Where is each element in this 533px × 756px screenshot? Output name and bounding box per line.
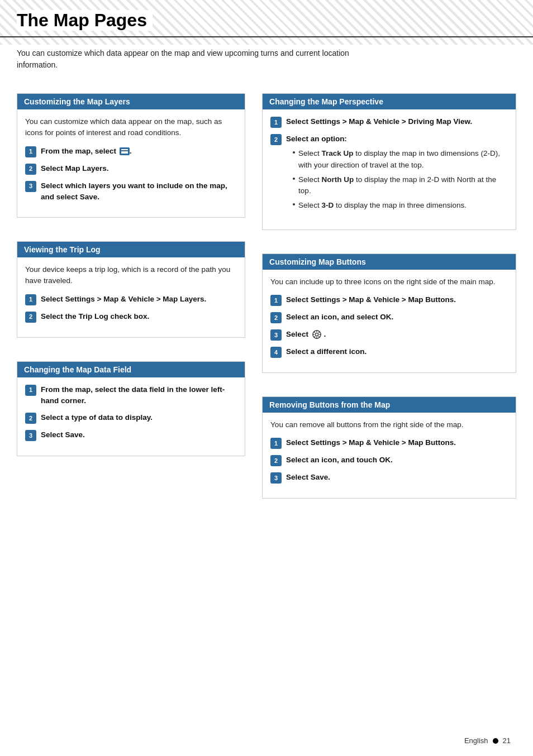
step-1-removing: 1 Select Settings > Map & Vehicle > Map … bbox=[270, 437, 508, 449]
section-body-buttons: You can include up to three icons on the… bbox=[263, 270, 516, 372]
step-num-3-rem: 3 bbox=[270, 472, 282, 484]
section-box-customizing: Customizing the Map Layers You can custo… bbox=[17, 93, 245, 218]
step-4-buttons: 4 Select a different icon. bbox=[270, 346, 508, 358]
section-box-trip-log: Viewing the Trip Log Your device keeps a… bbox=[17, 241, 245, 338]
step-text-1-trip: Select Settings > Map & Vehicle > Map La… bbox=[41, 294, 206, 305]
sub-bullet-northup: Select North Up to display the map in 2-… bbox=[293, 174, 508, 197]
svg-line-7 bbox=[318, 336, 320, 337]
section-changing-perspective: Changing the Map Perspective 1 Select Se… bbox=[262, 93, 516, 253]
section-header-buttons: Customizing Map Buttons bbox=[263, 254, 516, 270]
page-title-area: The Map Pages bbox=[0, 0, 533, 37]
step-num-2-trip: 2 bbox=[25, 312, 36, 323]
step-num-2-btn: 2 bbox=[270, 312, 282, 323]
section-box-buttons: Customizing Map Buttons You can include … bbox=[262, 253, 516, 373]
section-body-perspective: 1 Select Settings > Map & Vehicle > Driv… bbox=[263, 109, 516, 229]
customizing-intro: You can customize which data appear on t… bbox=[25, 116, 237, 139]
step-text-3-rem: Select Save. bbox=[286, 472, 330, 483]
step-2-perspective: 2 Select an option: Select Track Up to d… bbox=[270, 133, 508, 215]
sub-bullet-dot bbox=[293, 203, 295, 205]
section-box-data-field: Changing the Map Data Field 1 From the m… bbox=[17, 361, 245, 457]
bullet-dot-buttons bbox=[262, 386, 516, 396]
step-num-1-rem: 1 bbox=[270, 438, 282, 449]
step-num-1-btn: 1 bbox=[270, 295, 282, 306]
right-column: Changing the Map Perspective 1 Select Se… bbox=[256, 93, 516, 522]
step-text-1-btn: Select Settings > Map & Vehicle > Map Bu… bbox=[286, 294, 456, 305]
step-1-trip-log: 1 Select Settings > Map & Vehicle > Map … bbox=[25, 294, 237, 305]
step-3-buttons: 3 Select bbox=[270, 329, 508, 341]
sub-bullet-text-trackup: Select Track Up to display the map in tw… bbox=[298, 148, 508, 171]
bullet-dot-customizing bbox=[17, 231, 245, 241]
section-removing-buttons: Removing Buttons from the Map You can re… bbox=[262, 396, 516, 522]
step-2-data-field: 2 Select a type of data to display. bbox=[25, 412, 237, 424]
footer-dot bbox=[493, 738, 498, 744]
step-3-removing: 3 Select Save. bbox=[270, 472, 508, 484]
step-text-2-rem: Select an icon, and touch OK. bbox=[286, 454, 393, 466]
step-text-1-persp: Select Settings > Map & Vehicle > Drivin… bbox=[286, 116, 472, 127]
step-num-4-btn: 4 bbox=[270, 347, 282, 358]
step-1-data-field: 1 From the map, select the data field in… bbox=[25, 384, 237, 407]
step-text-2-data: Select a type of data to display. bbox=[41, 412, 153, 423]
sub-bullets-perspective: Select Track Up to display the map in tw… bbox=[286, 148, 508, 211]
step-num-2: 2 bbox=[25, 164, 36, 175]
step-num-1: 1 bbox=[25, 146, 36, 157]
section-changing-map-data: Changing the Map Data Field 1 From the m… bbox=[17, 361, 245, 480]
step-num-3: 3 bbox=[25, 181, 36, 192]
sub-bullet-3d: Select 3-D to display the map in three d… bbox=[293, 200, 508, 211]
footer-language: English bbox=[464, 736, 488, 745]
section-body-removing: You can remove all buttons from the righ… bbox=[263, 413, 516, 498]
bullet-dot-perspective bbox=[262, 243, 516, 253]
section-box-perspective: Changing the Map Perspective 1 Select Se… bbox=[262, 93, 516, 230]
content-area: Customizing the Map Layers You can custo… bbox=[0, 76, 533, 539]
sub-bullet-dot bbox=[293, 151, 295, 154]
section-body-data-field: 1 From the map, select the data field in… bbox=[17, 377, 245, 456]
step-text-2-persp: Select an option: bbox=[286, 135, 347, 143]
step-text-2-btn: Select an icon, and select OK. bbox=[286, 312, 393, 323]
section-header-data-field: Changing the Map Data Field bbox=[17, 362, 245, 377]
bullet-dot-data-field bbox=[17, 470, 245, 480]
step-3-data-field: 3 Select Save. bbox=[25, 429, 237, 441]
step-num-1-persp: 1 bbox=[270, 117, 282, 128]
step-text-2-trip: Select the Trip Log check box. bbox=[41, 311, 149, 322]
step-2-buttons: 2 Select an icon, and select OK. bbox=[270, 312, 508, 323]
step-2-customizing: 2 Select Map Layers. bbox=[25, 163, 237, 175]
step-text-3: Select which layers you want to include … bbox=[41, 180, 237, 203]
section-header-customizing: Customizing the Map Layers bbox=[17, 94, 245, 109]
sub-bullet-trackup: Select Track Up to display the map in tw… bbox=[293, 148, 508, 171]
step-num-3-btn: 3 bbox=[270, 329, 282, 341]
removing-intro: You can remove all buttons from the righ… bbox=[270, 419, 508, 430]
section-body-trip-log: Your device keeps a trip log, which is a… bbox=[17, 257, 245, 337]
trip-log-intro: Your device keeps a trip log, which is a… bbox=[25, 264, 237, 287]
step-1-buttons: 1 Select Settings > Map & Vehicle > Map … bbox=[270, 294, 508, 306]
buttons-intro: You can include up to three icons on the… bbox=[270, 276, 508, 288]
step-num-2-persp: 2 bbox=[270, 134, 282, 145]
svg-line-8 bbox=[318, 332, 320, 333]
step-num-2-rem: 2 bbox=[270, 455, 282, 466]
menu-icon bbox=[120, 147, 130, 155]
step-2-trip-log: 2 Select the Trip Log check box. bbox=[25, 311, 237, 323]
step-num-1-data: 1 bbox=[25, 385, 36, 396]
section-body-customizing: You can customize which data appear on t… bbox=[17, 109, 245, 217]
step-num-1-trip: 1 bbox=[25, 294, 36, 305]
step-1-customizing: 1 From the map, select . bbox=[25, 146, 237, 157]
step-text-1: From the map, select . bbox=[41, 146, 132, 157]
step-3-customizing: 3 Select which layers you want to includ… bbox=[25, 180, 237, 203]
step-num-3-data: 3 bbox=[25, 430, 36, 441]
section-customizing-map-layers: Customizing the Map Layers You can custo… bbox=[17, 93, 245, 241]
step-text-3-data: Select Save. bbox=[41, 429, 85, 441]
section-box-removing: Removing Buttons from the Map You can re… bbox=[262, 396, 516, 499]
step-text-3-btn: Select bbox=[286, 329, 326, 340]
svg-line-6 bbox=[313, 332, 315, 333]
footer: English 21 bbox=[464, 736, 511, 745]
section-customizing-buttons: Customizing Map Buttons You can include … bbox=[262, 253, 516, 396]
svg-line-9 bbox=[313, 336, 315, 337]
step-text-1-rem: Select Settings > Map & Vehicle > Map Bu… bbox=[286, 437, 456, 448]
section-header-perspective: Changing the Map Perspective bbox=[263, 94, 516, 109]
step-1-perspective: 1 Select Settings > Map & Vehicle > Driv… bbox=[270, 116, 508, 128]
svg-point-1 bbox=[315, 333, 318, 336]
sub-bullet-dot bbox=[293, 178, 295, 180]
section-header-removing: Removing Buttons from the Map bbox=[263, 397, 516, 413]
step-num-2-data: 2 bbox=[25, 413, 36, 424]
step-text-2: Select Map Layers. bbox=[41, 163, 109, 174]
step-2-removing: 2 Select an icon, and touch OK. bbox=[270, 454, 508, 466]
section-header-trip-log: Viewing the Trip Log bbox=[17, 242, 245, 257]
